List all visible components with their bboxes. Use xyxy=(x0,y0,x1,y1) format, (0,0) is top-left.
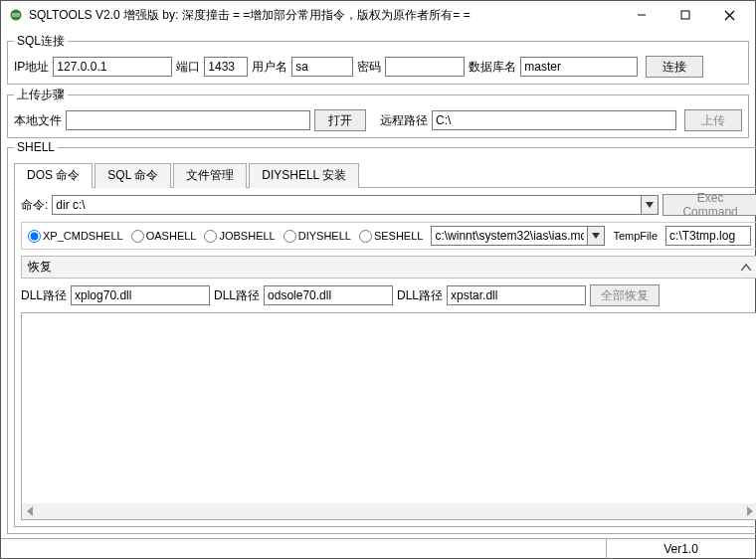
user-label: 用户名 xyxy=(252,59,287,76)
connect-button[interactable]: 连接 xyxy=(646,56,703,78)
scroll-right-icon[interactable] xyxy=(741,503,756,519)
exec-command-button[interactable]: Exec Command xyxy=(662,194,756,216)
dll-row: DLL路径 DLL路径 DLL路径 全部恢复 xyxy=(21,284,756,306)
app-window: SQLTOOLS V2.0 增强版 by: 深度撞击 = =增加部分常用指令，版… xyxy=(0,0,756,559)
dll1-input[interactable] xyxy=(71,285,210,305)
port-label: 端口 xyxy=(176,59,200,76)
minimize-button[interactable] xyxy=(620,2,663,28)
dll3-input[interactable] xyxy=(447,285,586,305)
db-label: 数据库名 xyxy=(469,59,516,76)
local-file-label: 本地文件 xyxy=(14,112,62,129)
tab-dos[interactable]: DOS 命令 xyxy=(14,163,93,188)
upload-group: 上传步骤 本地文件 打开 远程路径 上传 xyxy=(7,87,749,138)
svg-rect-2 xyxy=(681,11,689,19)
password-label: 密码 xyxy=(357,59,381,76)
open-button[interactable]: 打开 xyxy=(314,109,366,131)
sql-connection-group: SQL连接 IP地址 端口 用户名 密码 数据库名 连接 xyxy=(7,33,749,85)
db-input[interactable] xyxy=(520,57,638,77)
ip-input[interactable] xyxy=(53,57,172,77)
mdb-dropdown-button[interactable] xyxy=(587,226,605,246)
tab-file[interactable]: 文件管理 xyxy=(173,163,247,188)
tab-sql[interactable]: SQL 命令 xyxy=(94,163,171,188)
output-area[interactable] xyxy=(21,312,756,520)
radio-xp-cmdshell[interactable]: XP_CMDSHELL xyxy=(28,230,123,243)
dll2-input[interactable] xyxy=(264,285,393,305)
recover-all-button[interactable]: 全部恢复 xyxy=(590,284,660,306)
chevron-down-icon xyxy=(646,202,654,208)
shell-panel: 命令: Exec Command XP_CMDSHELL OASHELL JOB… xyxy=(14,188,756,527)
svg-line-3 xyxy=(725,11,734,20)
app-icon xyxy=(9,8,23,22)
svg-point-0 xyxy=(11,10,22,21)
titlebar: SQLTOOLS V2.0 增强版 by: 深度撞击 = =增加部分常用指令，版… xyxy=(1,1,755,29)
sql-connection-legend: SQL连接 xyxy=(14,33,68,50)
maximize-button[interactable] xyxy=(663,2,707,28)
close-button[interactable] xyxy=(707,2,751,28)
shell-type-row: XP_CMDSHELL OASHELL JOBSHELL DIYSHELL SE… xyxy=(21,222,756,250)
password-input[interactable] xyxy=(385,57,465,77)
shell-tabs: DOS 命令 SQL 命令 文件管理 DIYSHELL 安装 xyxy=(14,162,756,188)
dll1-label: DLL路径 xyxy=(21,287,67,304)
command-input[interactable] xyxy=(52,195,641,215)
collapse-up-icon xyxy=(741,261,751,275)
svg-line-4 xyxy=(725,11,734,20)
radio-seshell[interactable]: SESHELL xyxy=(359,230,424,243)
dll3-label: DLL路径 xyxy=(397,287,443,304)
scroll-left-icon[interactable] xyxy=(22,503,38,519)
status-version: Ver1.0 xyxy=(606,539,755,558)
window-controls xyxy=(620,2,751,28)
radio-diyshell[interactable]: DIYSHELL xyxy=(284,230,351,243)
remote-path-input[interactable] xyxy=(432,110,676,130)
horizontal-scrollbar[interactable] xyxy=(22,503,756,519)
dll2-label: DLL路径 xyxy=(214,287,260,304)
radio-jobshell[interactable]: JOBSHELL xyxy=(204,230,275,243)
window-title: SQLTOOLS V2.0 增强版 by: 深度撞击 = =增加部分常用指令，版… xyxy=(29,7,620,24)
tempfile-label: TempFile xyxy=(613,230,658,242)
radio-oashell[interactable]: OASHELL xyxy=(131,230,197,243)
upload-button[interactable]: 上传 xyxy=(684,109,742,131)
recover-header[interactable]: 恢复 xyxy=(21,256,756,279)
command-label: 命令: xyxy=(21,197,48,214)
tab-diyshell[interactable]: DIYSHELL 安装 xyxy=(249,163,359,188)
recover-header-label: 恢复 xyxy=(28,259,52,276)
statusbar: Ver1.0 xyxy=(1,538,755,558)
local-file-input[interactable] xyxy=(66,110,310,130)
port-input[interactable] xyxy=(204,57,248,77)
command-dropdown-button[interactable] xyxy=(641,195,659,215)
user-input[interactable] xyxy=(291,57,353,77)
mdb-path-input[interactable] xyxy=(431,226,587,246)
shell-group: SHELL DOS 命令 SQL 命令 文件管理 DIYSHELL 安装 命令: xyxy=(7,140,756,534)
window-body: SQL连接 IP地址 端口 用户名 密码 数据库名 连接 上传步骤 本地文件 xyxy=(1,29,755,538)
upload-legend: 上传步骤 xyxy=(14,87,68,103)
tempfile-input[interactable] xyxy=(665,226,751,246)
remote-path-label: 远程路径 xyxy=(380,112,428,129)
shell-legend: SHELL xyxy=(14,140,58,154)
chevron-down-icon xyxy=(592,233,600,239)
ip-label: IP地址 xyxy=(14,59,49,76)
